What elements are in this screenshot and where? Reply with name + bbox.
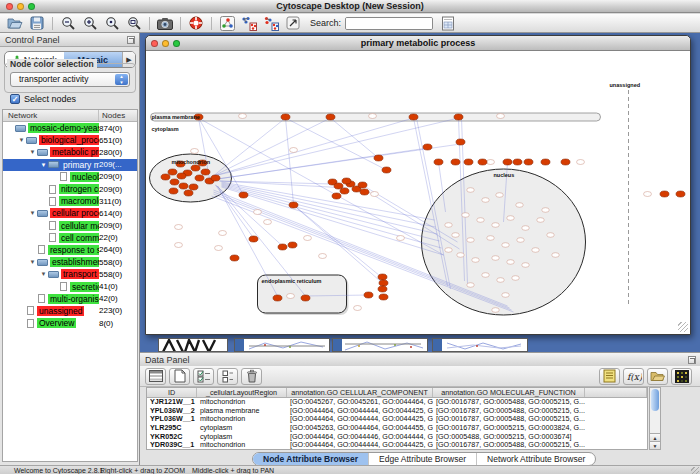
vizmapper-icon[interactable]	[282, 15, 304, 32]
expand-arrow-icon[interactable]: ▼	[17, 137, 26, 143]
tab-edge-attribute-browser[interactable]: Edge Attribute Browser	[368, 453, 476, 465]
close-button[interactable]	[6, 3, 13, 10]
colored-node[interactable]	[177, 173, 186, 179]
unselect-attributes-icon[interactable]	[217, 368, 238, 385]
plain-node[interactable]	[522, 263, 530, 268]
colored-node[interactable]	[189, 184, 198, 190]
plain-node[interactable]	[397, 236, 405, 241]
tree-row[interactable]: ▼transport558(0)	[3, 268, 137, 280]
plain-node[interactable]	[532, 248, 540, 253]
tree-row[interactable]: Overview8(0)	[3, 317, 137, 329]
maximize-button[interactable]	[28, 3, 35, 10]
plain-node[interactable]	[477, 218, 485, 223]
window-titlebar[interactable]: Cytoscape Desktop (New Session)	[0, 0, 700, 13]
plain-node[interactable]	[497, 114, 505, 119]
attribute-table-header[interactable]: ID_cellularLayoutRegionannotation.GO CEL…	[147, 388, 647, 398]
network-edge[interactable]	[222, 182, 435, 220]
colored-node[interactable]	[423, 144, 432, 150]
column-header[interactable]: annotation.GO MOLECULAR_FUNCTION	[433, 388, 585, 397]
formula-fx-icon[interactable]: f(x)	[623, 368, 644, 385]
plain-node[interactable]	[467, 238, 475, 243]
table-row[interactable]: YLR295Ccytoplasm[GO:0045263, GO:0044464,…	[147, 424, 647, 433]
colored-node[interactable]	[378, 274, 387, 280]
tree-row[interactable]: ▼establishment of lo558(0)	[3, 256, 137, 268]
expand-arrow-icon[interactable]: ▼	[39, 271, 48, 277]
colored-node[interactable]	[379, 280, 388, 286]
colored-node[interactable]	[301, 295, 310, 301]
select-attributes-icon[interactable]	[193, 368, 214, 385]
zoom-fit-icon[interactable]	[123, 15, 145, 32]
tree-row[interactable]: nitrogen compo209(0)	[3, 183, 137, 195]
colored-node[interactable]	[364, 292, 373, 298]
plain-node[interactable]	[467, 188, 475, 193]
colored-node[interactable]	[409, 114, 418, 120]
tree-row[interactable]: cell communicat22(0)	[3, 232, 137, 244]
open-file-icon[interactable]	[4, 15, 26, 32]
table-row[interactable]: YPL036W__1mitochondrion[GO:0044464, GO:0…	[147, 415, 647, 424]
colored-node[interactable]	[660, 191, 669, 197]
colored-node[interactable]	[374, 155, 383, 161]
minimized-view-thumbnail[interactable]	[158, 338, 228, 352]
tree-row[interactable]: ▼metabolic process280(0)	[3, 146, 137, 158]
network-canvas[interactable]: plasma membrane cytoplasm mitochondrion …	[147, 52, 690, 334]
view-close-button[interactable]	[151, 40, 158, 47]
colored-node[interactable]	[191, 165, 200, 171]
float-panel-icon[interactable]	[127, 36, 135, 44]
scroll-down-arrow-icon[interactable]: ▼	[650, 441, 660, 449]
plain-node[interactable]	[175, 225, 183, 230]
save-icon[interactable]	[26, 15, 48, 32]
tree-row[interactable]: nucleobase-209(0)	[3, 171, 137, 183]
plain-node[interactable]	[644, 192, 652, 197]
expand-arrow-icon[interactable]: ▼	[39, 162, 48, 168]
plain-node[interactable]	[239, 114, 247, 119]
new-attribute-icon[interactable]	[169, 368, 190, 385]
plain-node[interactable]	[482, 198, 490, 203]
search-input[interactable]	[346, 18, 433, 29]
colored-node[interactable]	[289, 202, 298, 208]
plain-node[interactable]	[191, 149, 199, 154]
network-edge[interactable]	[210, 118, 286, 179]
plain-node[interactable]	[482, 273, 490, 278]
colored-node[interactable]	[676, 191, 685, 197]
plain-node[interactable]	[547, 233, 555, 238]
minimized-view-thumbnail[interactable]	[332, 338, 428, 352]
column-header[interactable]: _cellularLayoutRegion	[197, 388, 287, 397]
plain-node[interactable]	[175, 243, 183, 248]
colored-node[interactable]	[278, 244, 287, 250]
attribute-browser-icon[interactable]	[437, 15, 459, 32]
help-lifesaver-icon[interactable]	[185, 15, 207, 32]
tree-row[interactable]: response to stimul264(0)	[3, 244, 137, 256]
plain-node[interactable]	[497, 278, 505, 283]
column-header[interactable]	[585, 388, 647, 397]
plain-node[interactable]	[264, 220, 272, 225]
delete-attribute-trash-icon[interactable]	[241, 368, 262, 385]
colored-node[interactable]	[513, 159, 522, 165]
colored-node[interactable]	[358, 182, 367, 188]
plain-node[interactable]	[502, 243, 510, 248]
colored-node[interactable]	[456, 139, 465, 145]
network-view-window[interactable]: primary metabolic process plasma membran…	[145, 35, 691, 335]
colored-node[interactable]	[541, 159, 550, 165]
annotation-notes-icon[interactable]	[599, 368, 620, 385]
colored-node[interactable]	[340, 188, 349, 194]
colored-node[interactable]	[334, 183, 343, 189]
plain-node[interactable]	[287, 294, 295, 299]
plain-node[interactable]	[445, 223, 453, 228]
scrollbar-thumb[interactable]	[651, 389, 659, 411]
plain-node[interactable]	[215, 246, 223, 251]
import-attributes-icon[interactable]	[260, 15, 282, 32]
tab-node-attribute-browser[interactable]: Node Attribute Browser	[253, 453, 368, 465]
change-table-mode-icon[interactable]	[145, 368, 166, 385]
network-edge[interactable]	[294, 205, 384, 284]
plain-node[interactable]	[492, 223, 500, 228]
tree-row[interactable]: unassigned223(0)	[3, 305, 137, 317]
plain-node[interactable]	[507, 216, 515, 221]
colored-node[interactable]	[360, 189, 369, 195]
tree-row[interactable]: ▼primary metabo209(...	[3, 159, 137, 171]
table-vertical-scrollbar[interactable]: ▲ ▼	[649, 387, 661, 450]
tree-row[interactable]: secretion41(0)	[3, 280, 137, 292]
colored-node[interactable]	[195, 175, 204, 181]
colored-node[interactable]	[451, 159, 460, 165]
plain-node[interactable]	[254, 210, 262, 215]
table-row[interactable]: YDR039C__1mitochondrion[GO:0044464, GO:0…	[147, 441, 647, 450]
